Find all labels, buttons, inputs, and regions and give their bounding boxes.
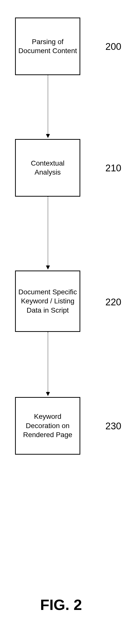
ref-label-230: 230 xyxy=(105,421,121,432)
arrow-head-200-210 xyxy=(46,134,50,138)
flow-node-210-label: Contextual Analysis xyxy=(18,159,77,177)
arrow-220-230 xyxy=(48,332,48,392)
ref-label-220: 220 xyxy=(105,297,121,308)
flow-node-200-label: Parsing of Document Content xyxy=(18,37,77,56)
flow-node-200: Parsing of Document Content xyxy=(15,18,80,75)
ref-label-210: 210 xyxy=(105,163,121,174)
figure-label: FIG. 2 xyxy=(40,596,82,613)
flow-node-210: Contextual Analysis xyxy=(15,139,80,197)
arrow-head-220-230 xyxy=(46,392,50,396)
flow-node-230-label: Keyword Decoration on Rendered Page xyxy=(18,412,77,439)
ref-label-200: 200 xyxy=(105,41,121,52)
flow-node-220-label: Document Specific Keyword / Listing Data… xyxy=(18,288,77,315)
flow-node-230: Keyword Decoration on Rendered Page xyxy=(15,397,80,455)
flow-node-220: Document Specific Keyword / Listing Data… xyxy=(15,271,80,332)
arrow-200-210 xyxy=(48,75,48,134)
arrow-head-210-220 xyxy=(46,266,50,270)
arrow-210-220 xyxy=(48,197,48,266)
